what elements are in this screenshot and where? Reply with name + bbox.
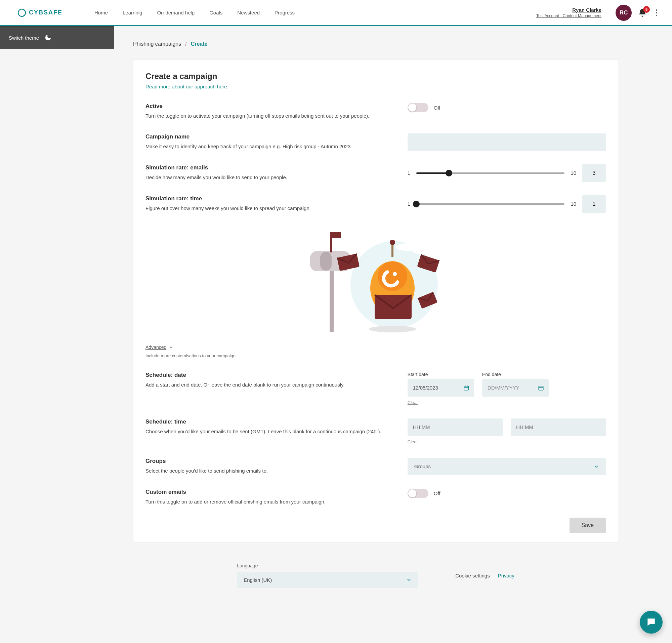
end-date-placeholder: DD/MM/YYYY — [488, 385, 520, 391]
chevron-up-icon — [169, 345, 173, 349]
rate-emails-max: 10 — [571, 170, 576, 176]
end-time-input[interactable] — [511, 418, 606, 436]
calendar-icon — [538, 385, 544, 391]
user-block[interactable]: Ryan Clarke Test Account - Content Manag… — [536, 7, 601, 18]
custom-emails-toggle[interactable] — [407, 489, 428, 498]
user-account: Test Account - Content Management — [536, 13, 601, 18]
svg-point-13 — [390, 240, 395, 245]
page-title: Create a campaign — [146, 72, 606, 81]
rate-emails-desc: Decide how many emails you would like to… — [146, 174, 394, 182]
rate-emails-value[interactable] — [582, 165, 606, 182]
svg-rect-18 — [464, 386, 469, 390]
campaign-name-input[interactable] — [407, 133, 606, 151]
clear-time[interactable]: Clear — [407, 439, 606, 444]
privacy-link[interactable]: Privacy — [498, 573, 514, 579]
chevron-down-icon — [406, 577, 412, 582]
chevron-down-icon — [594, 464, 599, 469]
rate-emails-min: 1 — [407, 170, 410, 176]
brand-name: CYBSAFE — [29, 9, 62, 16]
rate-time-desc: Figure out over how many weeks you would… — [146, 205, 394, 213]
sidebar: Switch theme — [0, 26, 114, 643]
more-menu-button[interactable] — [653, 7, 660, 19]
active-toggle[interactable] — [407, 103, 428, 112]
svg-rect-6 — [330, 232, 332, 252]
svg-point-17 — [369, 326, 416, 332]
svg-rect-19 — [539, 386, 543, 390]
moon-icon — [44, 34, 52, 41]
custom-emails-desc: Turn this toggle on to add or remove off… — [146, 498, 394, 506]
breadcrumb-current: Create — [191, 41, 208, 47]
primary-nav: Home Learning On-demand help Goals Newsf… — [87, 7, 302, 19]
svg-rect-7 — [332, 232, 341, 238]
start-time-input[interactable] — [407, 418, 503, 436]
create-campaign-card: Create a campaign Read more about our ap… — [133, 59, 618, 543]
save-button[interactable]: Save — [570, 518, 606, 533]
groups-select-text: Groups — [414, 463, 431, 469]
breadcrumb-sep: / — [185, 41, 186, 47]
nav-newsfeed[interactable]: Newsfeed — [230, 7, 267, 19]
rate-time-label: Simulation rate: time — [146, 195, 394, 202]
groups-desc: Select the people you'd like to send phi… — [146, 467, 394, 475]
language-value: English (UK) — [244, 577, 272, 583]
language-label: Language — [237, 563, 418, 568]
rate-time-max: 10 — [571, 201, 576, 207]
user-name: Ryan Clarke — [572, 7, 601, 13]
groups-select[interactable]: Groups — [407, 458, 606, 475]
nav-progress[interactable]: Progress — [267, 7, 302, 19]
breadcrumb-root[interactable]: Phishing campaigns — [133, 41, 181, 47]
schedule-time-desc: Choose when you'd like your emails to be… — [146, 428, 394, 436]
chat-widget-button[interactable] — [640, 611, 663, 634]
end-date-input[interactable]: DD/MM/YYYY — [482, 379, 549, 397]
schedule-date-label: Schedule: date — [146, 372, 394, 378]
nav-home[interactable]: Home — [87, 7, 115, 19]
rate-emails-slider[interactable] — [416, 172, 564, 174]
advanced-caption: Include more customisations to your camp… — [146, 353, 606, 358]
nav-goals[interactable]: Goals — [202, 7, 230, 19]
switch-theme-label: Switch theme — [9, 35, 39, 41]
custom-emails-label: Custom emails — [146, 489, 394, 495]
rate-time-slider[interactable] — [416, 203, 564, 205]
breadcrumb: Phishing campaigns / Create — [133, 41, 618, 47]
avatar[interactable]: RC — [615, 5, 632, 21]
active-desc: Turn the toggle on to activate your camp… — [146, 112, 394, 120]
brand-mark-icon — [17, 9, 26, 17]
advanced-label: Advanced — [146, 344, 166, 350]
name-desc: Make it easy to identify and keep track … — [146, 143, 394, 150]
groups-label: Groups — [146, 458, 394, 464]
calendar-icon — [463, 385, 469, 391]
rate-emails-label: Simulation rate: emails — [146, 165, 394, 171]
schedule-date-desc: Add a start and end date. Or leave the e… — [146, 381, 394, 389]
schedule-time-label: Schedule: time — [146, 418, 394, 425]
active-label: Active — [146, 103, 394, 110]
rate-time-min: 1 — [407, 201, 410, 207]
svg-point-11 — [393, 272, 397, 276]
end-date-sublabel: End date — [482, 372, 549, 377]
chat-bubble-icon — [646, 617, 657, 628]
brand-logo[interactable]: CYBSAFE — [17, 9, 62, 17]
main-content: Phishing campaigns / Create Create a cam… — [114, 26, 672, 643]
notification-badge: 5 — [643, 6, 650, 13]
start-date-sublabel: Start date — [407, 372, 474, 377]
custom-emails-state: Off — [434, 490, 440, 496]
rate-time-value[interactable] — [582, 195, 606, 213]
approach-link[interactable]: Read more about our approach here. — [146, 84, 229, 89]
switch-theme-button[interactable]: Switch theme — [0, 26, 114, 49]
campaign-illustration — [146, 231, 606, 335]
start-date-value: 12/05/2023 — [413, 385, 438, 391]
name-label: Campaign name — [146, 133, 394, 140]
cookie-settings-link[interactable]: Cookie settings — [455, 573, 490, 579]
active-toggle-state: Off — [434, 105, 440, 111]
clear-start-date[interactable]: Clear — [407, 400, 549, 405]
mailbox-robot-icon — [303, 231, 448, 335]
nav-learning[interactable]: Learning — [115, 7, 149, 19]
svg-point-3 — [395, 243, 420, 251]
svg-rect-5 — [320, 252, 332, 270]
svg-rect-12 — [391, 244, 393, 257]
language-select[interactable]: English (UK) — [237, 572, 418, 588]
advanced-toggle[interactable]: Advanced — [146, 344, 173, 350]
page-footer: Language English (UK) Cookie settings Pr… — [133, 563, 618, 588]
notifications-button[interactable]: 5 — [638, 8, 647, 17]
nav-help[interactable]: On-demand help — [149, 7, 202, 19]
start-date-input[interactable]: 12/05/2023 — [407, 379, 474, 397]
